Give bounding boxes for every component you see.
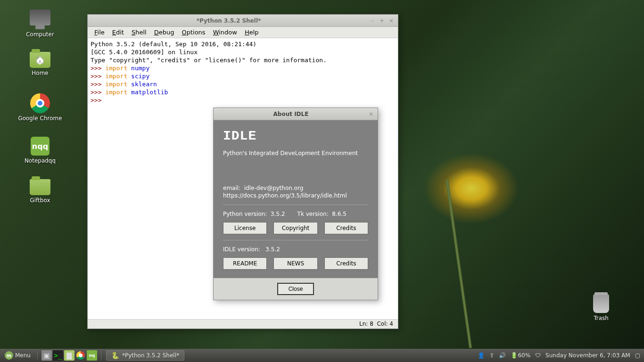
close-button[interactable]: × xyxy=(367,110,375,118)
shell-line: >>> import scipy xyxy=(91,72,395,80)
desktop-icon-label: Google Chrome xyxy=(14,115,66,122)
python-icon: 🐍 xyxy=(111,352,119,359)
notepadqq-quicklaunch-icon[interactable]: nq xyxy=(87,350,97,361)
battery-indicator[interactable]: 🔋60% xyxy=(511,352,530,359)
shell-banner: Python 3.5.2 (default, Sep 10 2016, 08:2… xyxy=(91,40,395,48)
shell-line: >>> import numpy xyxy=(91,64,395,72)
desktop-icon-label: Giftbox xyxy=(14,197,66,204)
chrome-quicklaunch-icon[interactable] xyxy=(75,350,86,361)
about-buttons-2: README NEWS Credits xyxy=(223,257,368,270)
menu-shell[interactable]: Shell xyxy=(128,28,150,37)
about-heading: IDLE xyxy=(223,129,368,143)
menu-label: Menu xyxy=(15,352,31,359)
idle-statusbar: Ln: 8 Col: 4 xyxy=(88,319,398,329)
license-button[interactable]: License xyxy=(223,222,267,234)
menu-debug[interactable]: Debug xyxy=(150,28,178,37)
mint-logo-icon: m xyxy=(5,351,13,360)
home-folder-icon xyxy=(30,52,50,68)
credits-button-2[interactable]: Credits xyxy=(324,257,368,270)
separator xyxy=(37,351,38,360)
chrome-icon xyxy=(30,93,50,113)
shell-banner: [GCC 5.4.0 20160609] on linux xyxy=(91,48,395,56)
close-button[interactable]: × xyxy=(388,17,395,25)
desktop-icon-label: Notepadqq xyxy=(14,157,66,164)
monitor-icon xyxy=(30,9,50,25)
about-close-row: Close xyxy=(214,278,378,300)
menu-button[interactable]: m Menu xyxy=(0,349,35,362)
idle-menubar: File Edit Shell Debug Options Window Hel… xyxy=(88,27,398,38)
taskbar: m Menu ▣ >_ ▇ nq 🐍 *Python 3.5.2 Shell* … xyxy=(0,349,644,362)
desktop-icon-label: Computer xyxy=(14,31,66,38)
about-subtitle: Python's Integrated DeveLopment Environm… xyxy=(223,150,368,156)
trash-icon xyxy=(593,294,609,313)
notepadqq-icon: nqq xyxy=(31,137,50,156)
idle-version-row: IDLE version: 3.5.2 xyxy=(223,246,368,253)
version-row: Python version: 3.5.2 Tk version: 8.6.5 xyxy=(223,211,368,217)
about-close-button[interactable]: Close xyxy=(277,283,314,295)
shell-line: >>> xyxy=(91,96,395,104)
separator xyxy=(101,351,101,360)
desktop-icon-label: Trash xyxy=(575,315,627,321)
display-icon[interactable]: ▢ xyxy=(635,352,640,359)
status-col: Col: 4 xyxy=(377,321,393,327)
show-desktop-icon[interactable]: ▣ xyxy=(41,350,52,361)
shell-line: >>> import matplotlib xyxy=(91,88,395,96)
copyright-button[interactable]: Copyright xyxy=(273,222,317,234)
divider xyxy=(223,205,368,205)
menu-file[interactable]: File xyxy=(91,28,108,37)
volume-icon[interactable]: 🔊 xyxy=(499,352,506,359)
terminal-icon[interactable]: >_ xyxy=(53,350,63,361)
divider xyxy=(223,240,368,240)
clock[interactable]: Sunday November 6, 7:03 AM xyxy=(545,352,630,359)
shield-icon[interactable]: 🛡 xyxy=(535,352,541,359)
about-idle-dialog: About IDLE × IDLE Python's Integrated De… xyxy=(213,107,378,300)
about-title: About IDLE xyxy=(216,111,365,117)
maximize-button[interactable]: + xyxy=(378,17,386,25)
about-url: https://docs.python.org/3.5/library/idle… xyxy=(223,192,368,199)
user-icon[interactable]: 👤 xyxy=(478,352,485,359)
task-label: *Python 3.5.2 Shell* xyxy=(122,352,179,359)
idle-titlebar[interactable]: *Python 3.5.2 Shell* – + × xyxy=(88,15,398,27)
taskbar-task-idle[interactable]: 🐍 *Python 3.5.2 Shell* xyxy=(106,350,184,361)
desktop-icon-giftbox[interactable]: Giftbox xyxy=(14,179,66,204)
credits-button[interactable]: Credits xyxy=(324,222,368,234)
desktop-icon-trash[interactable]: Trash xyxy=(575,294,627,321)
desktop-icon-chrome[interactable]: Google Chrome xyxy=(14,93,66,122)
minimize-button[interactable]: – xyxy=(369,17,376,25)
readme-button[interactable]: README xyxy=(223,257,267,270)
desktop-icon-notepadqq[interactable]: nqq Notepadqq xyxy=(14,137,66,164)
menu-window[interactable]: Window xyxy=(209,28,241,37)
menu-help[interactable]: Help xyxy=(241,28,263,37)
folder-icon xyxy=(30,179,50,195)
about-buttons-1: License Copyright Credits xyxy=(223,222,368,234)
about-email: email: idle-dev@python.org xyxy=(223,185,368,191)
menu-options[interactable]: Options xyxy=(178,28,209,37)
menu-edit[interactable]: Edit xyxy=(108,28,128,37)
system-tray: 👤 ⇪ 🔊 🔋60% 🛡 Sunday November 6, 7:03 AM … xyxy=(478,352,644,359)
status-line: Ln: 8 xyxy=(359,321,373,327)
desktop-icon-home[interactable]: Home xyxy=(14,52,66,76)
desktop-icon-computer[interactable]: Computer xyxy=(14,9,66,38)
about-titlebar[interactable]: About IDLE × xyxy=(214,108,378,120)
quicklaunch: ▣ >_ ▇ nq xyxy=(40,350,99,361)
files-icon[interactable]: ▇ xyxy=(64,350,74,361)
usb-icon[interactable]: ⇪ xyxy=(489,352,494,359)
shell-banner: Type "copyright", "credits" or "license(… xyxy=(91,56,395,64)
desktop-icon-label: Home xyxy=(14,70,66,76)
about-body: IDLE Python's Integrated DeveLopment Env… xyxy=(214,120,378,278)
window-title: *Python 3.5.2 Shell* xyxy=(91,17,367,24)
news-button[interactable]: NEWS xyxy=(273,257,317,270)
shell-line: >>> import sklearn xyxy=(91,80,395,88)
